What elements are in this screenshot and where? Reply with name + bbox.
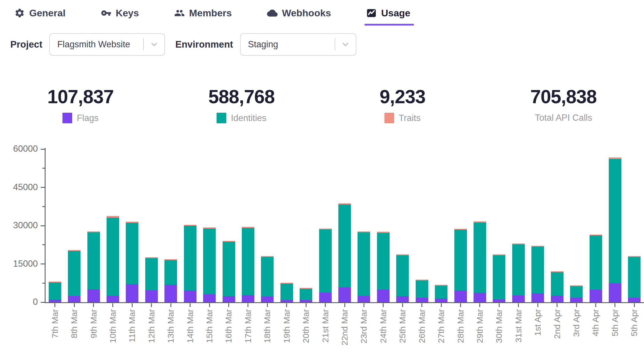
stacked-bar-28th-mar[interactable] — [454, 229, 467, 302]
stacked-bar-5th-apr[interactable] — [628, 256, 641, 302]
flags-segment — [87, 289, 100, 302]
stacked-bar-25th-mar[interactable] — [396, 254, 409, 302]
bar-slot — [180, 149, 200, 302]
identities-segment — [416, 280, 428, 298]
identities-segment — [551, 272, 564, 296]
x-axis-tick — [209, 303, 210, 307]
identities-segment — [87, 232, 100, 289]
stacked-bar-5th-apr[interactable] — [609, 157, 621, 302]
identities-segment — [609, 159, 621, 283]
identities-segment — [280, 284, 293, 300]
identities-segment — [126, 223, 138, 284]
x-axis-tick — [557, 303, 557, 307]
stat-total-api-calls: 705,838Total API Calls — [483, 83, 644, 123]
stacked-bar-10th-mar[interactable] — [107, 216, 119, 302]
x-axis-tick — [595, 303, 596, 307]
x-axis-label: 14th Mar — [185, 309, 195, 358]
bar-slot — [605, 149, 625, 302]
tab-webhooks[interactable]: Webhooks — [266, 6, 332, 23]
stacked-bar-15th-mar[interactable] — [203, 227, 216, 302]
traits-segment — [377, 232, 390, 233]
tab-usage[interactable]: Usage — [365, 6, 411, 23]
bar-slot — [45, 149, 64, 302]
project-select[interactable]: Flagsmith Website — [49, 33, 165, 56]
stacked-bar-30th-mar[interactable] — [493, 254, 505, 302]
x-axis-label: 8th Mar — [69, 309, 79, 358]
bar-slot — [470, 149, 489, 302]
traits-segment — [126, 222, 138, 223]
stat-value: 9,233 — [380, 83, 425, 111]
stacked-bar-11th-mar[interactable] — [126, 222, 138, 302]
identities-segment — [203, 229, 216, 294]
bar-slot — [335, 149, 354, 302]
stacked-bar-13th-mar[interactable] — [164, 259, 177, 302]
stacked-bar-20th-mar[interactable] — [300, 288, 312, 302]
flags-segment — [261, 296, 274, 302]
stacked-bar-12th-mar[interactable] — [145, 257, 158, 302]
stacked-bar-3rd-apr[interactable] — [570, 285, 583, 303]
identities-segment — [570, 286, 583, 298]
identities-segment — [319, 229, 332, 292]
x-axis-label: 31st Mar — [514, 309, 523, 358]
x-axis-label: 30th Mar — [494, 309, 504, 358]
stacked-bar-26th-mar[interactable] — [416, 280, 428, 302]
flags-segment — [223, 296, 235, 302]
stacked-bar-9th-mar[interactable] — [87, 231, 100, 302]
x-axis-tick — [74, 303, 75, 307]
tab-members[interactable]: Members — [173, 6, 233, 23]
stacked-bar-19th-mar[interactable] — [280, 283, 293, 302]
tab-keys[interactable]: Keys — [100, 6, 140, 23]
bar-slot — [64, 149, 84, 302]
stacked-bar-23rd-mar[interactable] — [358, 231, 370, 302]
flags-segment — [242, 295, 254, 302]
bars-area — [45, 149, 644, 302]
stacked-bar-4th-apr[interactable] — [590, 235, 602, 302]
identities-segment — [184, 226, 197, 290]
bar-slot — [84, 149, 103, 302]
x-axis-label: 5th Apr — [610, 309, 620, 358]
select-divider — [143, 38, 144, 50]
stacked-bar-14th-mar[interactable] — [184, 225, 197, 302]
tab-general[interactable]: General — [13, 6, 67, 23]
stat-label: Flags — [77, 113, 99, 123]
stacked-bar-21st-mar[interactable] — [319, 229, 332, 302]
y-axis-tick-label: 0 — [0, 297, 38, 307]
x-axis-tick — [460, 303, 461, 307]
bar-slot — [219, 149, 238, 302]
stacked-bar-27th-mar[interactable] — [435, 285, 447, 302]
stacked-bar-7th-mar[interactable] — [49, 282, 61, 302]
stacked-bar-2nd-apr[interactable] — [551, 271, 564, 302]
stacked-bar-8th-mar[interactable] — [68, 250, 80, 302]
x-axis-tick — [364, 303, 364, 307]
stacked-bar-18th-mar[interactable] — [261, 256, 274, 302]
stat-identities: 588,768Identities — [161, 83, 322, 123]
traits-segment — [551, 271, 564, 272]
flags-segment — [68, 296, 80, 302]
y-axis-tick — [41, 225, 45, 226]
stacked-bar-31st-mar[interactable] — [512, 243, 525, 302]
y-axis-tick — [41, 302, 45, 303]
stacked-bar-29th-mar[interactable] — [474, 221, 486, 302]
select-divider — [335, 38, 335, 50]
environment-select[interactable]: Staging — [240, 33, 356, 56]
stacked-bar-17th-mar[interactable] — [242, 227, 254, 302]
stat-label: Identities — [231, 113, 266, 123]
stacked-bar-16th-mar[interactable] — [223, 241, 235, 302]
stat-value: 588,768 — [208, 83, 275, 111]
stacked-bar-22nd-mar[interactable] — [338, 203, 351, 302]
x-axis-tick — [54, 303, 55, 307]
x-axis-tick — [537, 303, 538, 307]
identities-segment — [261, 257, 274, 296]
project-select-value: Flagsmith Website — [50, 39, 130, 50]
flags-segment — [609, 283, 621, 302]
x-axis-label: 28th Mar — [456, 309, 466, 358]
traits-segment — [145, 257, 158, 258]
bar-slot — [431, 149, 451, 302]
traits-segment — [416, 280, 428, 280]
traits-segment — [454, 229, 467, 230]
stacked-bar-24th-mar[interactable] — [377, 232, 390, 302]
traits-segment — [628, 256, 641, 257]
stacked-bar-1st-apr[interactable] — [531, 246, 544, 302]
identities-segment — [358, 232, 370, 296]
flags-segment — [454, 290, 467, 302]
